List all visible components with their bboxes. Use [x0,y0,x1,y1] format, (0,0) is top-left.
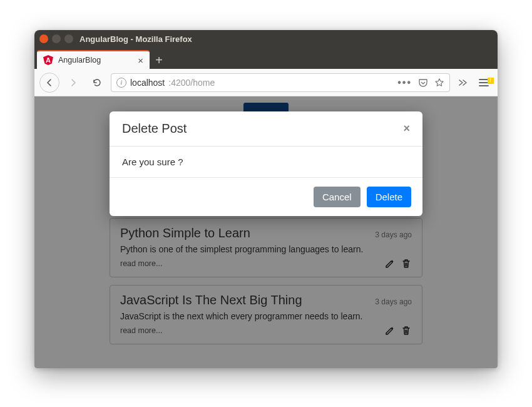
tab-strip: A AngularBlog × + [34,48,498,69]
pocket-icon[interactable] [418,78,428,88]
page-actions-icon[interactable]: ••• [397,77,412,88]
cancel-button[interactable]: Cancel [314,187,361,207]
window-minimize-button[interactable] [52,34,61,43]
url-bar[interactable]: i localhost:4200/home ••• [111,73,450,92]
reload-button[interactable] [87,73,107,93]
tab-label: AngularBlog [58,56,133,64]
modal-close-button[interactable]: × [403,122,410,135]
forward-button[interactable] [63,73,83,93]
bookmark-star-icon[interactable] [434,78,444,88]
url-path: :4200/home [168,78,215,88]
window-maximize-button[interactable] [64,34,73,43]
delete-post-modal: Delete Post × Are you sure ? Cancel Dele… [110,111,422,216]
window-close-button[interactable] [39,34,48,43]
site-info-icon[interactable]: i [116,78,126,88]
modal-body: Are you sure ? [110,147,422,178]
modal-footer: Cancel Delete [110,178,422,216]
notification-badge-icon [488,78,494,84]
new-tab-button[interactable]: + [150,51,168,69]
overflow-menu-button[interactable] [454,78,471,88]
navigation-toolbar: i localhost:4200/home ••• [34,69,498,96]
angular-favicon-icon: A [43,55,53,65]
hamburger-menu-button[interactable] [475,78,493,88]
tab-active[interactable]: A AngularBlog × [37,50,150,69]
back-button[interactable] [39,73,59,93]
window-controls [39,34,73,43]
window-title: AngularBlog - Mozilla Firefox [79,34,192,44]
url-bar-actions: ••• [397,77,444,88]
modal-title: Delete Post [122,121,187,136]
delete-button[interactable]: Delete [367,187,411,207]
url-host: localhost [130,78,165,88]
tab-close-button[interactable]: × [138,56,143,65]
browser-window: AngularBlog - Mozilla Firefox A AngularB… [34,30,498,368]
titlebar: AngularBlog - Mozilla Firefox [34,30,498,48]
modal-header: Delete Post × [110,111,422,147]
page-viewport: Python Simple to Learn 3 days ago Python… [34,96,498,368]
